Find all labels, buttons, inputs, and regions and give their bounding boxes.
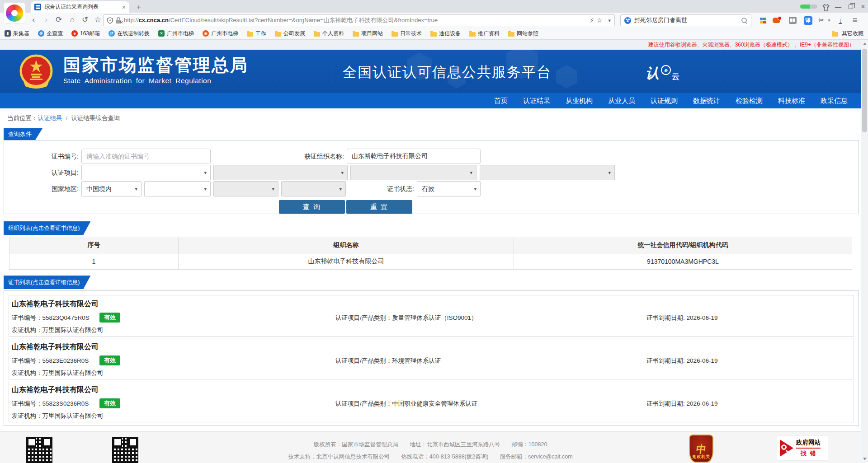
page-scrollbar[interactable] [861,40,868,463]
other-favorites-label: 其它收藏 [842,30,863,37]
nav-item-cert-results[interactable]: 认证结果 [515,93,558,108]
tab-close-icon[interactable]: × [122,4,126,10]
forward-icon[interactable]: › [41,14,52,25]
issuer-value: 万里国际认证有限公司 [42,412,104,419]
home-icon[interactable]: ⌂ [67,14,78,25]
apps-grid-icon[interactable] [758,15,768,25]
session-restore-icon[interactable]: ↺ [80,14,90,25]
reload-icon[interactable]: ⟳ [53,14,64,25]
cert-card[interactable]: 山东裕乾电子科技有限公司 证书编号：55823E0236R0S 有效 认证项目/… [9,338,854,379]
region-select-2[interactable]: ▾ [144,181,211,196]
extension-shield-icon[interactable] [107,17,113,24]
bookmark-label: 通信设备 [439,30,461,37]
window-close-button[interactable]: × [858,3,868,11]
nav-item-rules[interactable]: 认证规则 [643,93,685,108]
region-select-4[interactable]: ▾ [281,181,346,196]
screenshot-scissors-icon[interactable]: ✂ [816,15,826,25]
bookmark-label: 广州市电梯 [167,30,194,37]
theme-shirt-icon[interactable] [822,4,830,11]
flash-icon[interactable]: ⚡ [590,17,594,24]
bookmark-item[interactable]: ⇄在线进制转换 [108,30,150,37]
gamepad-icon [773,18,780,23]
cert-card[interactable]: 山东裕乾电子科技有限公司 证书编号：55823Q0475R0S 有效 认证项目/… [9,295,854,337]
favorites-star-icon[interactable]: ☆ [92,14,103,25]
bookmark-item[interactable]: ▮采集器 [5,30,29,37]
scroll-up-arrow-icon[interactable] [863,42,867,45]
project-select-1[interactable]: ▾ [81,165,211,180]
bookmark-item[interactable]: 项目网站 [353,30,383,37]
bookmark-page-star-icon[interactable]: ☆ [597,17,603,24]
insecure-lock-icon[interactable]: ✕ [116,17,121,23]
search-icon[interactable] [741,18,747,23]
nav-item-standards[interactable]: 科技标准 [770,93,813,108]
bookmark-item[interactable]: 工作 [247,30,266,37]
column-header-no: 序号 [9,237,179,253]
downloads-icon[interactable]: ↓ [835,15,845,25]
menu-icon[interactable]: ≡ [850,15,860,25]
bookmark-item[interactable]: 公司发展 [275,30,305,37]
url-text[interactable]: http://cx.cnca.cn/CertECloud/result/skip… [124,16,587,24]
nav-item-inspection[interactable]: 检验检测 [728,93,770,108]
gov-site-find-error-badge[interactable]: 政府网站 找错 [777,435,828,461]
table-row[interactable]: 1 山东裕乾电子科技有限公司 91370100MA3MGHPC3L [9,253,852,270]
bookmark-item[interactable]: 日常技术 [392,30,422,37]
browser-logo[interactable] [4,2,25,24]
restore-icon [849,5,853,9]
project-select-2[interactable]: ▾ [213,165,348,180]
scissors-dropdown-icon[interactable]: ▾ [826,15,832,25]
cert-expire: 证书到期日期: 2026-06-19 [646,398,718,409]
nav-item-statistics[interactable]: 数据统计 [685,93,728,108]
cert-project: 认证项目/产品类别：质量管理体系认证（ISO9001） [335,313,477,323]
nav-item-home[interactable]: 首页 [486,93,515,108]
bookmark-item[interactable]: 企企查查 [38,30,63,37]
bookmark-item[interactable]: ◉广州市电梯 [203,30,238,37]
bookmark-item[interactable]: e163邮箱 [71,30,100,37]
new-tab-button[interactable]: + [134,2,144,12]
breadcrumb-link[interactable]: 认证结果 [38,115,62,122]
bookmark-item[interactable]: 个人资料 [314,30,344,37]
caret-glyph: ▾ [828,18,830,23]
cert-number: 证书编号：55823S0236R0S [12,398,89,409]
other-favorites[interactable]: 其它收藏 [828,30,863,37]
back-icon[interactable]: ‹ [28,14,39,25]
reset-button[interactable]: 重 置 [346,200,412,214]
games-icon[interactable] [771,15,781,25]
nav-item-practitioners[interactable]: 从业人员 [600,93,643,108]
project-select-3[interactable]: ▾ [350,165,476,180]
bookmark-label: 163邮箱 [80,30,100,37]
status-badge: 有效 [99,398,120,408]
window-restore-button[interactable] [846,3,856,11]
search-box[interactable]: 封死邻居房门者离世 [620,14,751,26]
region-select-1[interactable]: 中国境内▾ [81,181,142,196]
address-bar[interactable]: ✕ http://cx.cnca.cn/CertECloud/result/sk… [103,14,615,26]
browser-tab[interactable]: 综合认证结果查询列表 × [31,1,129,13]
scroll-down-arrow-icon[interactable] [863,458,867,460]
party-gov-badge[interactable]: 中 党政机关 [689,435,713,463]
nav-item-procurement[interactable]: 政采信息 [813,93,855,108]
search-button[interactable]: 查 询 [279,200,345,214]
window-minimize-button[interactable]: — [833,3,843,11]
urlbar-dropdown-icon[interactable]: ▾ [608,18,611,23]
cert-card[interactable]: 山东裕乾电子科技有限公司 证书编号：55823S0236R0S 有效 认证项目/… [9,381,854,422]
bookmarks-bar: ▮采集器 企企查查 e163邮箱 ⇄在线进制转换 ✕广州市电梯 ◉广州市电梯 工… [0,28,868,40]
cert-number-input[interactable] [81,149,211,164]
nav-item-institutions[interactable]: 从业机构 [558,93,600,108]
reading-list-icon[interactable] [788,15,797,25]
status-select[interactable]: 有效▾ [417,181,481,196]
bookmark-item[interactable]: 网站参照 [508,30,538,37]
bookmark-item[interactable]: 通信设备 [430,30,461,37]
download-arrow-glyph: ↓ [839,17,842,24]
search-hotword[interactable]: 封死邻居房门者离世 [634,16,738,24]
find-error-icon [780,440,793,457]
bookmark-item[interactable]: ✕广州市电梯 [158,30,194,37]
expire-value: 2026-06-19 [687,400,718,407]
scrollbar-thumb[interactable] [862,49,867,132]
region-select-3[interactable]: ▾ [213,181,278,196]
expire-value: 2026-06-19 [687,314,718,321]
cert-number-label: 证书编号： [12,357,42,364]
bookmark-item[interactable]: 推广资料 [469,30,500,37]
project-select-4[interactable]: ▾ [480,165,615,180]
breadcrumb-current: 认证结果综合查询 [71,115,120,122]
translate-icon[interactable]: 译 [803,15,813,25]
org-name-input[interactable] [347,149,481,164]
